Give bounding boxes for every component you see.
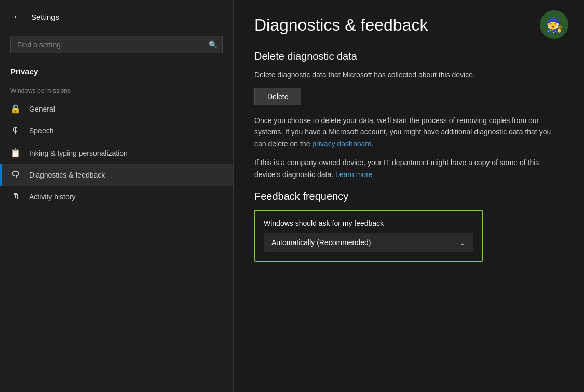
sidebar-item-diagnostics-label: Diagnostics & feedback bbox=[29, 171, 105, 179]
delete-info-text-part1: Once you choose to delete your data, we'… bbox=[254, 116, 551, 148]
feedback-label: Windows should ask for my feedback bbox=[264, 219, 473, 227]
search-box-container: 🔍 bbox=[10, 36, 223, 53]
sidebar-header: ← Settings bbox=[0, 0, 233, 34]
delete-section-title: Delete diagnostic data bbox=[254, 50, 563, 62]
sidebar-item-general[interactable]: 🔒 General bbox=[0, 98, 233, 120]
delete-section-description: Delete diagnostic data that Microsoft ha… bbox=[254, 70, 563, 80]
back-button[interactable]: ← bbox=[10, 9, 24, 24]
main-content: 🧙 Diagnostics & feedback Delete diagnost… bbox=[234, 0, 584, 392]
learn-more-link[interactable]: Learn more bbox=[335, 170, 373, 179]
feedback-section: Feedback frequency Windows should ask fo… bbox=[254, 191, 563, 262]
privacy-label: Privacy bbox=[0, 62, 233, 83]
feedback-dropdown[interactable]: Automatically (Recommended) ⌄ bbox=[264, 233, 473, 252]
lock-icon: 🔒 bbox=[10, 104, 21, 114]
sidebar-item-general-label: General bbox=[29, 105, 55, 113]
search-input[interactable] bbox=[10, 36, 223, 53]
diagnostics-icon: 🗨 bbox=[10, 170, 21, 180]
delete-button[interactable]: Delete bbox=[254, 88, 301, 105]
avatar-emoji: 🧙 bbox=[545, 16, 563, 33]
sidebar-item-inking[interactable]: 📋 Inking & typing personalization bbox=[0, 142, 233, 164]
delete-info-text-2: If this is a company-owned device, your … bbox=[254, 157, 563, 180]
delete-info-text-1: Once you choose to delete your data, we'… bbox=[254, 115, 563, 150]
delete-diagnostic-section: Delete diagnostic data Delete diagnostic… bbox=[254, 50, 563, 180]
avatar: 🧙 bbox=[540, 10, 568, 39]
speech-icon: 🎙 bbox=[10, 126, 21, 136]
sidebar-item-activity-label: Activity history bbox=[29, 193, 75, 201]
sidebar-item-speech[interactable]: 🎙 Speech bbox=[0, 120, 233, 142]
sidebar: ← Settings 🔍 Privacy Windows permissions… bbox=[0, 0, 234, 392]
delete-info-text-part2: If this is a company-owned device, your … bbox=[254, 158, 539, 178]
feedback-dropdown-value: Automatically (Recommended) bbox=[271, 238, 371, 247]
page-title: Diagnostics & feedback bbox=[254, 16, 563, 35]
sidebar-item-speech-label: Speech bbox=[29, 127, 53, 135]
sidebar-title: Settings bbox=[31, 12, 59, 21]
feedback-section-title: Feedback frequency bbox=[254, 191, 563, 202]
chevron-down-icon: ⌄ bbox=[459, 238, 466, 247]
activity-icon: 🗓 bbox=[10, 192, 21, 201]
privacy-dashboard-link[interactable]: privacy dashboard. bbox=[312, 140, 373, 148]
windows-permissions-label: Windows permissions bbox=[0, 83, 233, 98]
feedback-box: Windows should ask for my feedback Autom… bbox=[254, 210, 483, 262]
sidebar-item-diagnostics[interactable]: 🗨 Diagnostics & feedback bbox=[0, 164, 233, 186]
sidebar-item-inking-label: Inking & typing personalization bbox=[29, 149, 128, 157]
inking-icon: 📋 bbox=[10, 148, 21, 158]
sidebar-item-activity[interactable]: 🗓 Activity history bbox=[0, 186, 233, 208]
